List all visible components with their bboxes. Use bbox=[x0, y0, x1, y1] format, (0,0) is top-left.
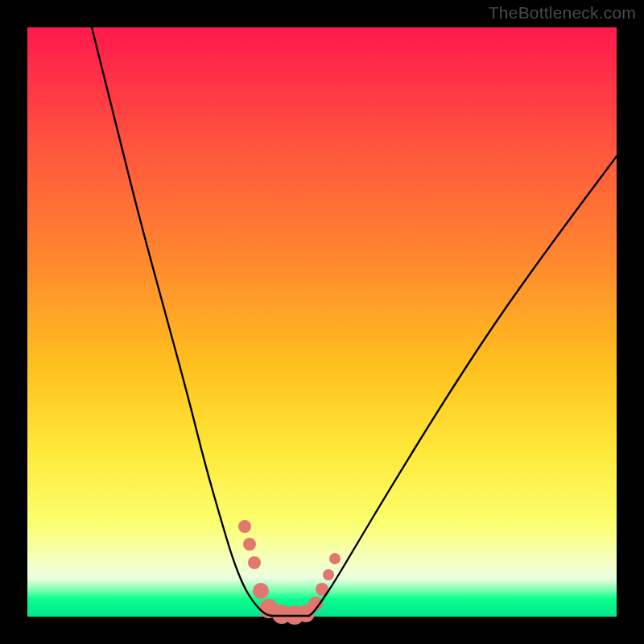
watermark-text: TheBottleneck.com bbox=[489, 3, 636, 23]
chart-frame: TheBottleneck.com bbox=[0, 0, 644, 644]
marker-dot bbox=[238, 520, 251, 533]
right-curve bbox=[309, 156, 617, 616]
plot-area bbox=[27, 27, 617, 617]
marker-dot bbox=[248, 556, 261, 569]
marker-dot bbox=[243, 538, 256, 551]
curves-svg bbox=[27, 27, 617, 617]
highlight-dots bbox=[238, 520, 341, 625]
marker-dot bbox=[253, 583, 269, 599]
marker-dot bbox=[323, 569, 334, 580]
marker-dot bbox=[329, 553, 341, 564]
